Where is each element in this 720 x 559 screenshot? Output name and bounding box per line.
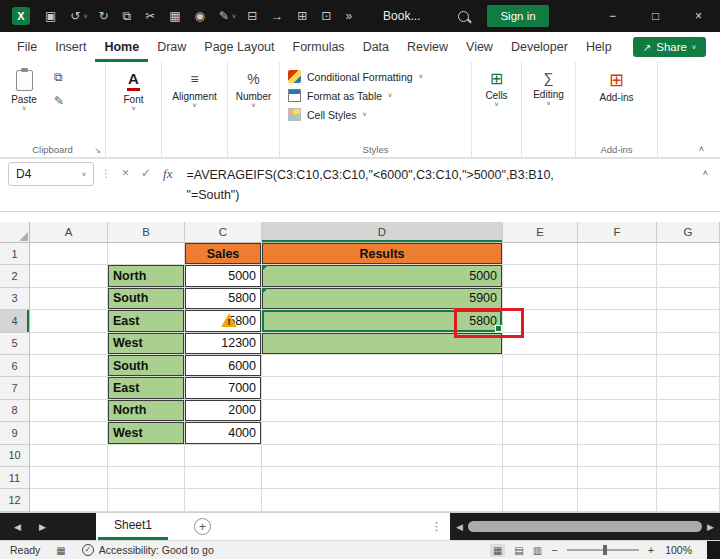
cell-B3[interactable]: South bbox=[108, 288, 185, 310]
cell-D6[interactable] bbox=[262, 355, 503, 377]
sheet-tab-sheet1[interactable]: Sheet1 bbox=[98, 513, 168, 540]
cell-G6[interactable] bbox=[657, 355, 720, 377]
cell-F10[interactable] bbox=[578, 445, 657, 467]
number-button[interactable]: % Number ˅ bbox=[228, 62, 279, 157]
horizontal-scrollbar[interactable]: ◀ ▶ bbox=[450, 513, 720, 540]
cut-icon[interactable]: ✂ bbox=[138, 0, 162, 32]
cell-A7[interactable] bbox=[30, 377, 108, 399]
column-header-A[interactable]: A bbox=[30, 222, 108, 243]
sheet-prev-icon[interactable]: ◀ bbox=[14, 522, 21, 532]
cell-A10[interactable] bbox=[30, 445, 108, 467]
cell-F12[interactable] bbox=[578, 489, 657, 511]
clipboard-icon[interactable]: ⧉ bbox=[116, 0, 139, 32]
enter-icon[interactable]: ✓ bbox=[135, 166, 157, 180]
cell-A2[interactable] bbox=[30, 265, 108, 287]
add-ins-button[interactable]: ⊞ Add-ins bbox=[576, 62, 657, 142]
cell-F11[interactable] bbox=[578, 467, 657, 489]
search-icon[interactable] bbox=[458, 11, 469, 22]
clipboard-dialog-launcher-icon[interactable]: ↘ bbox=[94, 146, 101, 155]
cell-E4[interactable] bbox=[503, 310, 578, 332]
cell-C4[interactable]: 5800 bbox=[185, 310, 262, 332]
menu-view[interactable]: View bbox=[457, 32, 502, 62]
redo-icon[interactable]: ↻ bbox=[92, 0, 116, 32]
scrollbar-thumb[interactable] bbox=[468, 521, 702, 532]
zoom-slider-thumb[interactable] bbox=[603, 545, 607, 555]
row-header-9[interactable]: 9 bbox=[0, 422, 30, 444]
row-header-12[interactable]: 12 bbox=[0, 489, 30, 511]
cell-F6[interactable] bbox=[578, 355, 657, 377]
formula-bar-collapse-icon[interactable]: ˄ bbox=[703, 168, 708, 178]
cell-D4[interactable]: 5800 bbox=[262, 310, 503, 332]
format-painter-icon[interactable]: ✎ bbox=[54, 94, 64, 108]
cell-C1[interactable]: Sales bbox=[185, 243, 262, 265]
cell-C9[interactable]: 4000 bbox=[185, 422, 262, 444]
cancel-icon[interactable]: × bbox=[116, 166, 135, 180]
badge-icon[interactable]: ◉ bbox=[188, 0, 212, 32]
row-header-2[interactable]: 2 bbox=[0, 265, 30, 287]
column-header-G[interactable]: G bbox=[657, 222, 720, 243]
cell-A3[interactable] bbox=[30, 288, 108, 310]
cell-A1[interactable] bbox=[30, 243, 108, 265]
cell-A4[interactable] bbox=[30, 310, 108, 332]
add-sheet-button[interactable]: + bbox=[194, 518, 211, 535]
cell-B8[interactable]: North bbox=[108, 400, 185, 422]
cells-button[interactable]: ⊞ Cells ˅ bbox=[472, 62, 521, 157]
cell-F4[interactable] bbox=[578, 310, 657, 332]
menu-review[interactable]: Review bbox=[398, 32, 457, 62]
cell-G4[interactable] bbox=[657, 310, 720, 332]
column-header-F[interactable]: F bbox=[578, 222, 657, 243]
menu-home[interactable]: Home bbox=[95, 32, 148, 62]
cell-B2[interactable]: North bbox=[108, 265, 185, 287]
cell-D11[interactable] bbox=[262, 467, 503, 489]
sign-in-button[interactable]: Sign in bbox=[487, 5, 548, 27]
name-box-resize-handle[interactable]: ⋮ bbox=[101, 168, 111, 179]
cell-G11[interactable] bbox=[657, 467, 720, 489]
cell-G1[interactable] bbox=[657, 243, 720, 265]
collapse-ribbon-icon[interactable]: ˄ bbox=[699, 144, 704, 154]
cell-E11[interactable] bbox=[503, 467, 578, 489]
cell-F7[interactable] bbox=[578, 377, 657, 399]
cell-E9[interactable] bbox=[503, 422, 578, 444]
select-all-corner[interactable] bbox=[0, 222, 30, 243]
cell-D7[interactable] bbox=[262, 377, 503, 399]
share-button[interactable]: ↗ Share ˅ bbox=[633, 37, 706, 57]
cell-B1[interactable] bbox=[108, 243, 185, 265]
cell-C5[interactable]: 12300 bbox=[185, 333, 262, 355]
cell-C8[interactable]: 2000 bbox=[185, 400, 262, 422]
cell-D12[interactable] bbox=[262, 489, 503, 511]
formula-input[interactable]: =AVERAGEIFS(C3:C10,C3:C10,"<6000",C3:C10… bbox=[178, 159, 698, 205]
scroll-left-icon[interactable]: ◀ bbox=[456, 522, 463, 532]
conditional-formatting-button[interactable]: Conditional Formatting ˅ bbox=[288, 70, 471, 83]
cell-F9[interactable] bbox=[578, 422, 657, 444]
zoom-in-button[interactable]: + bbox=[648, 544, 654, 556]
cell-C11[interactable] bbox=[185, 467, 262, 489]
cell-B7[interactable]: East bbox=[108, 377, 185, 399]
menu-data[interactable]: Data bbox=[354, 32, 398, 62]
cell-E8[interactable] bbox=[503, 400, 578, 422]
chart-icon[interactable]: ▦ bbox=[162, 0, 187, 32]
paste-button[interactable]: Paste ˅ bbox=[0, 62, 48, 142]
cell-D5[interactable] bbox=[262, 333, 503, 355]
cell-D8[interactable] bbox=[262, 400, 503, 422]
cell-C3[interactable]: 5800 bbox=[185, 288, 262, 310]
menu-insert[interactable]: Insert bbox=[46, 32, 95, 62]
row-header-11[interactable]: 11 bbox=[0, 467, 30, 489]
cell-G3[interactable] bbox=[657, 288, 720, 310]
cell-D3[interactable]: 5900 bbox=[262, 288, 503, 310]
editing-button[interactable]: ∑ Editing ˅ bbox=[522, 62, 575, 157]
excel-logo-icon[interactable]: X bbox=[12, 7, 30, 25]
cell-E5[interactable] bbox=[503, 333, 578, 355]
cell-C6[interactable]: 6000 bbox=[185, 355, 262, 377]
cell-styles-button[interactable]: Cell Styles ˅ bbox=[288, 108, 471, 121]
cell-format-icon[interactable]: ⊡ bbox=[314, 0, 338, 32]
accessibility-status[interactable]: Accessibility: Good to go bbox=[99, 544, 214, 556]
table-icon[interactable]: ⊞ bbox=[290, 0, 314, 32]
sheet-next-icon[interactable]: ▶ bbox=[39, 522, 46, 532]
cell-D2[interactable]: 5000 bbox=[262, 265, 503, 287]
cell-B11[interactable] bbox=[108, 467, 185, 489]
cell-E12[interactable] bbox=[503, 489, 578, 511]
cell-G8[interactable] bbox=[657, 400, 720, 422]
row-header-7[interactable]: 7 bbox=[0, 377, 30, 399]
copy-icon[interactable]: ⧉ bbox=[54, 70, 64, 84]
zoom-out-button[interactable]: − bbox=[551, 544, 557, 556]
